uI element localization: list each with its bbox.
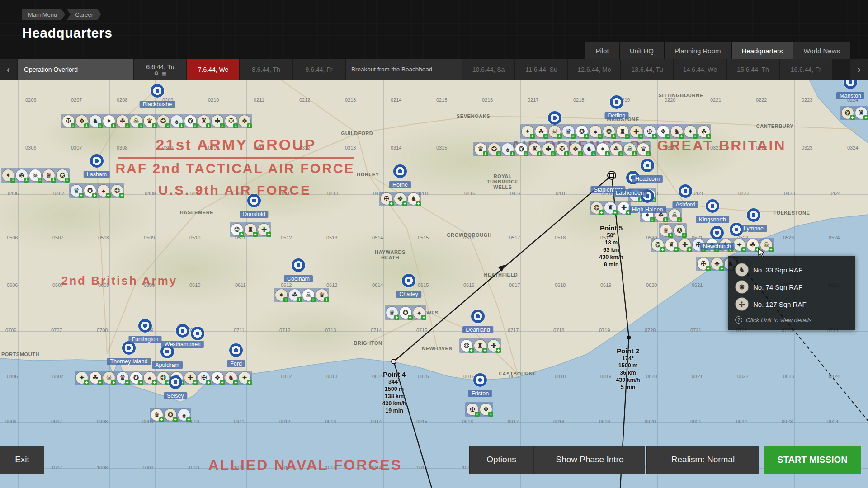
squadron-emblem-icon[interactable]: ♜+ [244,223,257,236]
airfield-label-manston[interactable]: Manston [836,92,864,99]
tab-headquarters[interactable]: Headquarters [732,42,793,59]
airfield-label-lashenden[interactable]: Lashenden [613,189,647,197]
squadron-emblem-icon[interactable]: ♠+ [589,125,602,138]
airfield-roundel-icon[interactable] [710,226,724,239]
airfield-roundel-icon[interactable] [471,310,485,323]
squadron-emblem-icon[interactable]: ♛+ [316,289,328,301]
squadron-emblem-icon[interactable]: ✦+ [103,115,115,127]
squadron-emblem-icon[interactable]: ✠+ [643,125,656,138]
squadron-emblem-icon[interactable]: ♠+ [501,143,514,155]
airfield-label-kingsnorth[interactable]: Kingsnorth [696,216,729,223]
date-tab-13-6-44-tu[interactable]: 13.6.44, Tu [621,59,673,80]
squadron-emblem-icon[interactable]: ❂+ [590,202,603,214]
squadron-emblem-icon[interactable]: ✪+ [164,408,177,421]
squadron-emblem-icon[interactable]: ✚+ [542,143,555,155]
airfield-label-westhampnett[interactable]: Westhampnett [161,341,204,348]
squadron-emblem-icon[interactable]: ♛+ [386,306,398,319]
squadron-emblem-icon[interactable]: ✠+ [62,115,75,127]
airfield-roundel-icon[interactable] [90,154,104,168]
squadron-emblem-icon[interactable]: ✪+ [673,224,686,237]
squadron-emblem-icon[interactable]: ♛+ [660,224,672,237]
squadron-emblem-icon[interactable]: ❖+ [75,115,88,127]
squadron-emblem-icon[interactable]: ❂+ [651,239,664,251]
squadron-emblem-icon[interactable]: ♞+ [583,143,595,155]
squadron-emblem-icon[interactable]: ♜+ [616,125,629,138]
squadron-emblem-icon[interactable]: ✪+ [130,371,142,384]
squadron-emblem-icon[interactable]: ✚+ [679,239,691,251]
date-tab-16-6-44-fr[interactable]: 16.6.44, Fr [780,59,832,80]
squadron-emblem-icon[interactable]: ♛+ [70,184,83,197]
squadron-emblem-icon[interactable]: ❖+ [238,115,251,127]
airfield-label-lasham[interactable]: Lasham [84,171,110,178]
squadron-emblem-icon[interactable]: ❖+ [394,192,406,205]
airfield-roundel-icon[interactable] [747,208,760,222]
phase-tab-operation-overlord[interactable]: Operation Overlord [18,59,133,80]
date-tab-14-6-44-we[interactable]: 14.6.44, We [674,59,726,80]
tab-unit-hq[interactable]: Unit HQ [620,42,664,59]
squadron-emblem-icon[interactable]: ❖+ [657,125,670,138]
start-mission-button[interactable]: START MISSION [764,446,861,474]
squadron-emblem-icon[interactable]: ❂+ [460,339,473,352]
squadron-emblem-icon[interactable]: ✠+ [556,143,568,155]
waypoint-marker-point-4[interactable] [391,359,396,364]
squadron-emblem-icon[interactable]: ✦+ [2,169,14,182]
squadron-emblem-icon[interactable]: ♠+ [178,408,190,421]
date-tab-11-6-44-su[interactable]: 11.6.44, Su [515,59,567,80]
squadron-emblem-icon[interactable]: ✚+ [184,371,197,384]
squadron-emblem-icon[interactable]: ✚+ [487,339,500,352]
airfield-roundel-icon[interactable] [138,319,152,333]
squadron-emblem-icon[interactable]: ☠+ [103,371,115,384]
squadron-emblem-icon[interactable]: ♠+ [170,115,183,127]
exit-button[interactable]: Exit [0,446,44,474]
airfield-roundel-icon[interactable] [641,159,654,172]
airfield-label-newchurch[interactable]: Newchurch [700,243,735,250]
airfield-label-ford[interactable]: Ford [227,360,245,367]
airfield-label-coolham[interactable]: Coolham [284,275,313,282]
squadron-emblem-icon[interactable]: ☘+ [15,169,28,182]
squadron-emblem-icon[interactable]: ♛+ [637,143,650,155]
squadron-emblem-icon[interactable]: ✪+ [399,306,412,319]
squadron-emblem-icon[interactable]: ♜+ [474,339,486,352]
squadron-emblem-icon[interactable]: ✦+ [75,371,88,384]
squadron-emblem-icon[interactable]: ☘+ [535,125,547,138]
squadron-emblem-icon[interactable]: ☠+ [760,239,773,251]
airfield-roundel-icon[interactable] [191,327,204,340]
squadron-emblem-icon[interactable]: ❖+ [711,258,723,270]
squadron-emblem-icon[interactable]: ♛+ [151,408,163,421]
squadron-emblem-icon[interactable]: ♞+ [225,371,237,384]
airfield-label-chailey[interactable]: Chailey [396,291,421,298]
squadron-emblem-icon[interactable]: ✪+ [157,115,170,127]
squadron-emblem-icon[interactable]: ♛+ [562,125,575,138]
tab-pilot[interactable]: Pilot [585,42,618,59]
squadron-emblem-icon[interactable]: ☘+ [698,125,710,138]
squadron-emblem-icon[interactable]: ☘+ [610,143,623,155]
squadron-emblem-icon[interactable]: ♛+ [42,169,55,182]
squadron-emblem-icon[interactable]: ☠+ [668,209,681,221]
squadron-emblem-icon[interactable]: ✦+ [521,125,534,138]
airfield-roundel-icon[interactable] [706,199,719,213]
squadron-emblem-icon[interactable]: ✪+ [488,143,500,155]
squadron-emblem-icon[interactable]: ♛+ [116,371,129,384]
squadron-emblem-icon[interactable]: ☠+ [130,115,142,127]
squadron-emblem-icon[interactable]: ✪+ [84,184,96,197]
airfield-label-high-halden[interactable]: High Halden [629,206,666,213]
date-tab-15-6-44-th[interactable]: 15.6.44, Th [727,59,779,80]
squadron-emblem-icon[interactable]: ❖+ [480,403,492,416]
squadron-emblem-icon[interactable]: ♠+ [97,184,110,197]
squadron-emblem-icon[interactable]: ✠+ [198,371,210,384]
squadron-emblem-icon[interactable]: ❂+ [841,107,854,119]
airfield-label-dunsfold[interactable]: Dunsfold [240,211,268,218]
squadron-emblem-icon[interactable]: ✠+ [380,192,393,205]
airfield-roundel-icon[interactable] [122,341,136,355]
airfield-label-ashford[interactable]: Ashford [672,201,698,208]
squadron-emblem-icon[interactable]: ♜+ [855,107,868,119]
squadron-emblem-icon[interactable]: ✚+ [258,223,270,236]
tooltip-unit-row[interactable]: ✺No. 74 Sqn RAF [735,280,848,294]
squadron-emblem-icon[interactable]: ♛+ [143,115,156,127]
squadron-emblem-icon[interactable]: ✠+ [466,403,479,416]
squadron-emblem-icon[interactable]: ❂+ [111,184,123,197]
squadron-emblem-icon[interactable]: ✪+ [576,125,588,138]
airfield-roundel-icon[interactable] [548,111,561,125]
squadron-emblem-icon[interactable]: ♠+ [143,371,156,384]
squadron-emblem-icon[interactable]: ☠+ [623,143,636,155]
